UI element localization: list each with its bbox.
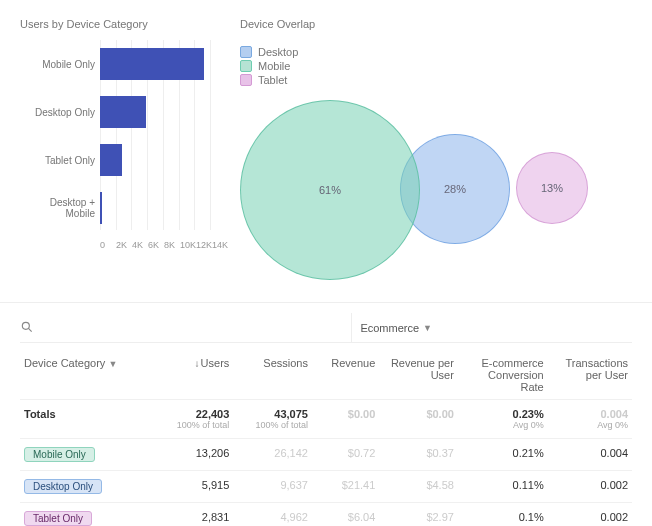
bar-axis-tick: 4K xyxy=(132,240,147,250)
device-category-cell: Tablet Only xyxy=(20,503,155,527)
metric-cell: $0.37 xyxy=(379,439,458,471)
svg-point-0 xyxy=(22,322,29,329)
metric-cell: $6.04 xyxy=(312,503,379,527)
metric-cell: 2,831 xyxy=(155,503,234,527)
bar-row: Mobile Only xyxy=(100,40,220,88)
metric-cell: 0.11% xyxy=(458,471,548,503)
metric-cell: 4,962 xyxy=(233,503,312,527)
totals-tx-per-user: 0.004Avg 0% xyxy=(548,400,632,439)
svg-line-1 xyxy=(28,328,31,331)
legend-tablet: Tablet xyxy=(258,74,287,86)
metric-cell: 0.1% xyxy=(458,503,548,527)
metric-cell: 0.21% xyxy=(458,439,548,471)
totals-sessions: 43,075100% of total xyxy=(233,400,312,439)
totals-revenue: $0.00 xyxy=(312,400,379,439)
metric-cell: 9,637 xyxy=(233,471,312,503)
th-users[interactable]: ↓Users xyxy=(155,343,234,400)
table-row: Mobile Only13,20626,142$0.72$0.370.21%0.… xyxy=(20,439,632,471)
search-icon[interactable] xyxy=(20,320,34,336)
totals-conv-rate: 0.23%Avg 0% xyxy=(458,400,548,439)
bar-axis-tick: 14K xyxy=(212,240,227,250)
bar-label: Tablet Only xyxy=(20,155,95,166)
venn-circle-tablet: 13% xyxy=(516,152,588,224)
device-tag: Tablet Only xyxy=(24,511,92,526)
bar-label: Desktop + Mobile xyxy=(20,197,95,219)
table-totals-row: Totals 22,403100% of total 43,075100% of… xyxy=(20,400,632,439)
device-tag: Mobile Only xyxy=(24,447,95,462)
metric-cell: $21.41 xyxy=(312,471,379,503)
bar-label: Mobile Only xyxy=(20,59,95,70)
th-device[interactable]: Device Category ▼ xyxy=(20,343,155,400)
th-rev-per-user[interactable]: Revenue per User xyxy=(379,343,458,400)
metric-cell: $2.97 xyxy=(379,503,458,527)
bar-fill xyxy=(100,144,122,176)
bar-row: Desktop Only xyxy=(100,88,220,136)
totals-users: 22,403100% of total xyxy=(155,400,234,439)
legend-mobile: Mobile xyxy=(258,60,290,72)
metric-cell: 13,206 xyxy=(155,439,234,471)
venn-circle-mobile: 61% xyxy=(240,100,420,280)
venn-legend: Desktop Mobile Tablet xyxy=(240,46,632,86)
venn-diagram: 61% 28% 13% xyxy=(240,92,632,292)
table-row: Desktop Only5,9159,637$21.41$4.580.11%0.… xyxy=(20,471,632,503)
bar-axis-tick: 0 xyxy=(100,240,115,250)
bar-axis-tick: 2K xyxy=(116,240,131,250)
bar-axis-tick: 8K xyxy=(164,240,179,250)
bar-axis-tick: 12K xyxy=(196,240,211,250)
bar-row: Tablet Only xyxy=(100,136,220,184)
desktop-swatch xyxy=(240,46,252,58)
th-revenue[interactable]: Revenue xyxy=(312,343,379,400)
totals-rev-per-user: $0.00 xyxy=(379,400,458,439)
metric-cell: 0.002 xyxy=(548,503,632,527)
bar-chart-title: Users by Device Category xyxy=(20,18,220,30)
column-group-label: Ecommerce xyxy=(360,322,419,334)
chevron-down-icon: ▼ xyxy=(423,323,432,333)
column-group-selector[interactable]: Ecommerce ▼ xyxy=(351,313,632,342)
bar-fill xyxy=(100,48,204,80)
bar-fill xyxy=(100,192,102,224)
legend-desktop: Desktop xyxy=(258,46,298,58)
device-tag: Desktop Only xyxy=(24,479,102,494)
chevron-down-icon: ▼ xyxy=(108,359,117,369)
tablet-swatch xyxy=(240,74,252,86)
bar-fill xyxy=(100,96,146,128)
bar-label: Desktop Only xyxy=(20,107,95,118)
bar-row: Desktop + Mobile xyxy=(100,184,220,232)
bar-axis-tick: 10K xyxy=(180,240,195,250)
th-tx-per-user[interactable]: Transactions per User xyxy=(548,343,632,400)
device-category-cell: Mobile Only xyxy=(20,439,155,471)
metric-cell: $0.72 xyxy=(312,439,379,471)
bar-axis-tick: 6K xyxy=(148,240,163,250)
metrics-table: Device Category ▼ ↓Users Sessions Revenu… xyxy=(20,343,632,526)
venn-tablet-pct: 13% xyxy=(541,182,563,194)
table-row: Tablet Only2,8314,962$6.04$2.970.1%0.002 xyxy=(20,503,632,527)
metric-cell: 26,142 xyxy=(233,439,312,471)
metric-cell: $4.58 xyxy=(379,471,458,503)
metric-cell: 0.002 xyxy=(548,471,632,503)
th-conv-rate[interactable]: E-commerce Conversion Rate xyxy=(458,343,548,400)
totals-label: Totals xyxy=(20,400,155,439)
bar-chart: Mobile OnlyDesktop OnlyTablet OnlyDeskto… xyxy=(20,40,220,250)
venn-chart-title: Device Overlap xyxy=(240,18,632,30)
device-category-cell: Desktop Only xyxy=(20,471,155,503)
metric-cell: 0.004 xyxy=(548,439,632,471)
venn-desktop-pct: 28% xyxy=(444,183,466,195)
mobile-swatch xyxy=(240,60,252,72)
th-sessions[interactable]: Sessions xyxy=(233,343,312,400)
metric-cell: 5,915 xyxy=(155,471,234,503)
venn-mobile-pct: 61% xyxy=(319,184,341,196)
sort-desc-icon: ↓ xyxy=(195,358,200,369)
